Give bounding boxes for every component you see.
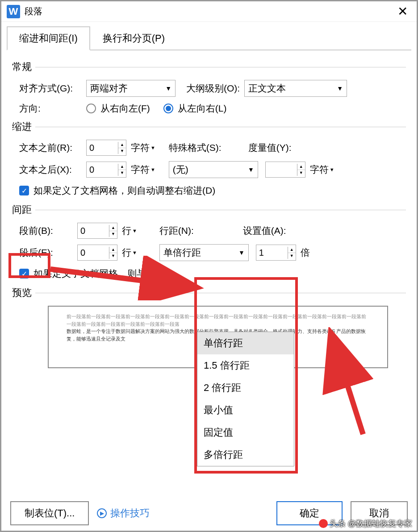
setvalue-unit: 倍 [301,246,310,259]
tab-bar: 缩进和间距(I) 换行和分页(P) [7,25,411,50]
tab-line-pagebreak[interactable]: 换行和分页(P) [90,26,177,50]
space-after-label: 段后(E): [19,246,73,259]
indent-before-input[interactable] [87,141,118,155]
radio-rtl[interactable] [86,104,96,113]
spin-up-icon[interactable]: ▲ [288,247,296,253]
linespace-value: 单倍行距 [163,246,201,259]
tabstop-button[interactable]: 制表位(T)... [10,501,89,525]
spin-down-icon[interactable]: ▼ [109,231,117,237]
linespace-dropdown: 单倍行距 1.5 倍行距 2 倍行距 最小值 固定值 多倍行距 [197,332,294,466]
section-title-indent: 缩进 [12,120,32,133]
dropdown-item[interactable]: 2 倍行距 [197,377,294,399]
spin-up-icon[interactable]: ▲ [118,164,126,170]
section-indent: 缩进 文本之前(R): ▲▼ 字符▼ 特殊格式(S): 度量值(Y): 文本之后… [12,120,406,197]
space-after-spinner[interactable]: ▲▼ [77,245,117,261]
spin-down-icon[interactable]: ▼ [118,170,126,176]
tab-indent-spacing[interactable]: 缩进和间距(I) [7,26,90,50]
space-after-input[interactable] [78,246,109,260]
rtl-label: 从右向左(F) [100,102,150,115]
app-icon: W [7,5,20,18]
space-after-unit[interactable]: 行▼ [122,246,137,259]
ltr-label: 从左向右(L) [178,102,227,115]
tips-link[interactable]: ▶ 操作技巧 [97,507,150,520]
indent-after-spinner[interactable]: ▲▼ [86,162,126,178]
indent-before-label: 文本之前(R): [19,141,82,154]
align-label: 对齐方式(G): [19,82,82,95]
spin-up-icon[interactable]: ▲ [297,164,305,170]
tips-label: 操作技巧 [110,507,150,520]
dropdown-item[interactable]: 多倍行距 [197,444,294,466]
measure-spinner[interactable]: ▲▼ [265,162,305,178]
space-before-input[interactable] [78,224,109,238]
chevron-down-icon: ▼ [248,166,254,173]
chevron-down-icon: ▼ [238,249,245,256]
preview-gray-text: 前一段落前一段落前一段落前一段落前一段落前一段落前一段落前一段落前一段落前一段落… [67,314,366,327]
play-icon: ▶ [97,508,107,518]
watermark-text: 头条 @数据蛙恢复专家 [330,518,412,529]
setvalue-input[interactable] [256,246,288,260]
align-select[interactable]: 两端对齐 ▼ [86,80,176,97]
space-before-label: 段前(B): [19,224,73,237]
special-select[interactable]: (无) ▼ [169,161,258,178]
spin-down-icon[interactable]: ▼ [109,253,117,259]
chevron-down-icon: ▼ [165,85,171,92]
align-value: 两端对齐 [90,82,128,95]
dropdown-item[interactable]: 1.5 倍行距 [197,354,294,377]
section-general: 常规 对齐方式(G): 两端对齐 ▼ 大纲级别(O): 正文文本 ▼ 方向: 从… [12,60,406,115]
measure-input[interactable] [266,163,297,177]
indent-before-spinner[interactable]: ▲▼ [86,140,126,156]
spin-up-icon[interactable]: ▲ [118,142,126,148]
watermark-icon [319,519,328,528]
space-before-unit[interactable]: 行▼ [122,224,137,237]
linespace-select[interactable]: 单倍行距 ▼ [159,244,249,261]
dropdown-item[interactable]: 单倍行距 [197,332,294,354]
close-icon[interactable]: ✕ [394,4,411,19]
section-spacing: 间距 段前(B): ▲▼ 行▼ 行距(N): 设置值(A): 段后(E): ▲▼… [12,203,406,280]
section-title-general: 常规 [12,60,32,74]
setvalue-label: 设置值(A): [243,224,286,237]
dropdown-item[interactable]: 最小值 [197,399,294,421]
special-value: (无) [173,163,188,176]
section-title-preview: 预览 [12,286,32,299]
indent-after-label: 文本之后(X): [19,163,82,176]
watermark: 头条 @数据蛙恢复专家 [319,518,412,529]
indent-after-input[interactable] [87,163,118,177]
spin-down-icon[interactable]: ▼ [118,148,126,154]
indent-before-unit[interactable]: 字符▼ [131,141,155,154]
spin-down-icon[interactable]: ▼ [288,253,296,259]
measure-label: 度量值(Y): [248,141,292,154]
window-title: 段落 [25,5,42,17]
linespace-label: 行距(N): [159,224,194,237]
outline-value: 正文文本 [248,82,286,95]
section-title-spacing: 间距 [12,203,32,216]
spin-up-icon[interactable]: ▲ [109,247,117,253]
spacing-grid-label: 如果定义了文档网格，则与 [33,267,146,280]
space-before-spinner[interactable]: ▲▼ [77,223,117,239]
spacing-grid-checkbox[interactable]: ✓ [19,269,29,278]
indent-after-unit[interactable]: 字符▼ [131,163,155,176]
spin-down-icon[interactable]: ▼ [297,170,305,176]
spin-up-icon[interactable]: ▲ [109,225,117,231]
dropdown-item[interactable]: 固定值 [197,421,294,444]
setvalue-spinner[interactable]: ▲▼ [256,245,296,261]
titlebar: W 段落 ✕ [1,1,417,22]
measure-unit[interactable]: 字符▼ [310,163,334,176]
special-label: 特殊格式(S): [169,141,222,154]
indent-grid-checkbox[interactable]: ✓ [19,186,29,195]
indent-grid-label: 如果定义了文档网格，则自动调整右缩进(D) [33,184,215,197]
outline-select[interactable]: 正文文本 ▼ [244,80,347,97]
radio-ltr[interactable] [163,104,173,113]
outline-label: 大纲级别(O): [186,82,240,95]
direction-label: 方向: [19,102,82,115]
chevron-down-icon: ▼ [337,85,343,92]
